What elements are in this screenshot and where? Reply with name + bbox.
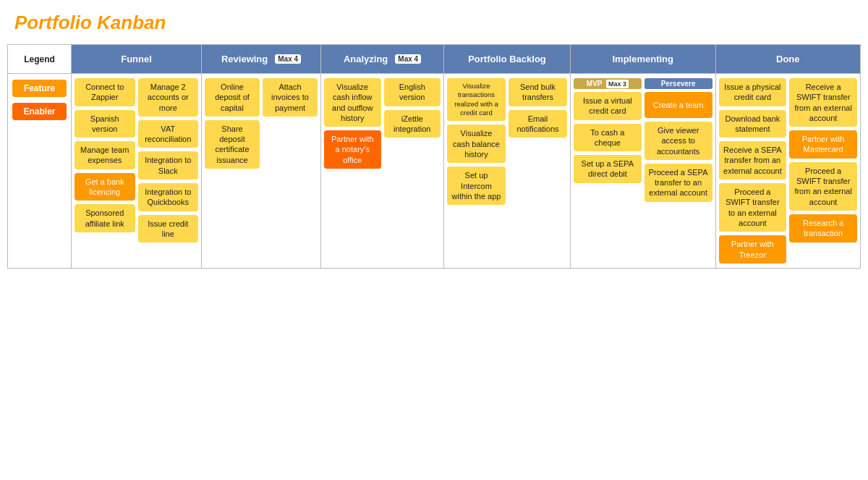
legend-body: Feature Enabler bbox=[8, 74, 71, 268]
card[interactable]: iZettle integration bbox=[384, 110, 441, 138]
analyzing-sub-col-1: Visualize cash inflow and outflow histor… bbox=[324, 78, 381, 264]
card[interactable]: Online deposit of capital bbox=[205, 78, 260, 117]
funnel-body: Connect to Zappier Spanish version Manag… bbox=[72, 74, 201, 268]
mvp-sub-header: MVP Max 3 bbox=[574, 78, 642, 89]
card[interactable]: Manage 2 accounts or more bbox=[138, 78, 199, 117]
card[interactable]: Email notifications bbox=[509, 110, 567, 138]
card[interactable]: Proceed a SWIFT transfer from an externa… bbox=[789, 162, 857, 211]
feature-badge: Feature bbox=[12, 80, 67, 97]
card[interactable]: Integration to Slack bbox=[138, 151, 199, 180]
analyzing-column: Analyzing Max 4 Visualize cash inflow an… bbox=[321, 45, 444, 268]
done-column: Done Issue a physical credit card Downlo… bbox=[716, 45, 861, 268]
analyzing-body: Visualize cash inflow and outflow histor… bbox=[321, 74, 443, 268]
card[interactable]: Set up Intercom within the app bbox=[447, 167, 506, 205]
funnel-sub-col-2: Manage 2 accounts or more VAT reconcilia… bbox=[138, 78, 199, 264]
done-header: Done bbox=[716, 45, 861, 74]
reviewing-header: Reviewing Max 4 bbox=[202, 45, 320, 74]
enabler-badge: Enabler bbox=[12, 103, 67, 120]
done-body: Issue a physical credit card Download ba… bbox=[716, 74, 861, 268]
card[interactable]: Create a team bbox=[644, 92, 712, 118]
card[interactable]: Issue a physical credit card bbox=[719, 78, 787, 106]
portfolio-backlog-column: Portfolio Backlog Visualize transactions… bbox=[444, 45, 571, 268]
card[interactable]: English version bbox=[384, 78, 441, 106]
card[interactable]: Attach invoices to payment bbox=[263, 78, 318, 117]
card[interactable]: To cash a cheque bbox=[574, 124, 642, 152]
card[interactable]: Visualize cash inflow and outflow histor… bbox=[324, 78, 381, 127]
card[interactable]: Set up a SEPA direct debit bbox=[574, 155, 642, 183]
kanban-board: Legend Feature Enabler Funnel Connect to… bbox=[7, 44, 861, 269]
funnel-header-label: Funnel bbox=[121, 54, 152, 64]
legend-header: Legend bbox=[8, 45, 71, 74]
card[interactable]: VAT reconciliation bbox=[138, 120, 199, 148]
card[interactable]: Issue credit line bbox=[138, 215, 199, 243]
reviewing-body: Online deposit of capital Share deposit … bbox=[202, 74, 320, 268]
reviewing-column: Reviewing Max 4 Online deposit of capita… bbox=[202, 45, 321, 268]
card[interactable]: Integration to Quickbooks bbox=[138, 183, 199, 211]
card[interactable]: Proceed a SEPA transfer to an external a… bbox=[644, 164, 712, 202]
analyzing-header-label: Analyzing bbox=[344, 54, 388, 64]
analyzing-max-badge: Max 4 bbox=[395, 54, 421, 64]
card[interactable]: Download bank statement bbox=[719, 110, 787, 138]
done-sub-col-2: Receive a SWIFT transfer from an externa… bbox=[789, 78, 857, 264]
card[interactable]: Visualize cash balance history bbox=[447, 125, 506, 163]
analyzing-header: Analyzing Max 4 bbox=[321, 45, 443, 74]
card[interactable]: Receive a SEPA transfer from an external… bbox=[719, 141, 787, 180]
reviewing-header-label: Reviewing bbox=[221, 54, 268, 64]
funnel-sub-col-1: Connect to Zappier Spanish version Manag… bbox=[75, 78, 135, 264]
implementing-column: Implementing MVP Max 3 Persevere Issue a… bbox=[571, 45, 716, 268]
page: Portfolio Kanban Legend Feature Enabler … bbox=[0, 0, 868, 480]
card[interactable]: Partner with Mastercard bbox=[789, 130, 857, 159]
funnel-column: Funnel Connect to Zappier Spanish versio… bbox=[72, 45, 202, 268]
funnel-header: Funnel bbox=[72, 45, 201, 74]
analyzing-sub-col-2: English version iZettle integration bbox=[384, 78, 441, 264]
card[interactable]: Sponsored affiliate link bbox=[75, 204, 135, 232]
reviewing-max-badge: Max 4 bbox=[275, 54, 301, 64]
implementing-header-label: Implementing bbox=[612, 54, 673, 64]
card[interactable]: Connect to Zappier bbox=[75, 78, 135, 106]
portfolio-backlog-sub-col-2: Send bulk transfers Email notifications bbox=[509, 78, 567, 264]
card[interactable]: Manage team expenses bbox=[75, 141, 135, 169]
implementing-header: Implementing bbox=[571, 45, 715, 74]
card[interactable]: Share deposit certificate issuance bbox=[205, 120, 260, 169]
card[interactable]: Issue a virtual credit card bbox=[574, 92, 642, 120]
legend-column: Legend Feature Enabler bbox=[8, 45, 72, 268]
done-sub-col-1: Issue a physical credit card Download ba… bbox=[719, 78, 787, 264]
card[interactable]: Spanish version bbox=[75, 110, 135, 138]
portfolio-backlog-body: Visualize transactions realized with a c… bbox=[444, 74, 570, 268]
card[interactable]: Research a transaction bbox=[789, 214, 857, 243]
persevere-sub-header: Persevere bbox=[644, 78, 712, 89]
implementing-persevere-col: Create a team Give viewer access to acco… bbox=[644, 92, 712, 264]
portfolio-backlog-header: Portfolio Backlog bbox=[444, 45, 570, 74]
card[interactable]: Give viewer access to accountants bbox=[644, 122, 712, 160]
reviewing-sub-col-1: Online deposit of capital Share deposit … bbox=[205, 78, 260, 264]
reviewing-sub-col-2: Attach invoices to payment bbox=[263, 78, 318, 264]
card[interactable]: Get a bank licencing bbox=[75, 173, 135, 201]
page-title: Portfolio Kanban bbox=[7, 12, 861, 34]
implementing-body: MVP Max 3 Persevere Issue a virtual cred… bbox=[571, 74, 715, 268]
portfolio-backlog-header-label: Portfolio Backlog bbox=[468, 54, 546, 64]
implementing-mvp-col: Issue a virtual credit card To cash a ch… bbox=[574, 92, 642, 264]
card[interactable]: Partner with Treezor bbox=[719, 235, 787, 264]
card[interactable]: Send bulk transfers bbox=[509, 78, 567, 106]
card[interactable]: Receive a SWIFT transfer from an externa… bbox=[789, 78, 857, 127]
card[interactable]: Proceed a SWIFT transfer to an external … bbox=[719, 183, 787, 232]
portfolio-backlog-sub-col-1: Visualize transactions realized with a c… bbox=[447, 78, 506, 264]
card[interactable]: Partner with a notary's office bbox=[324, 130, 381, 169]
card[interactable]: Visualize transactions realized with a c… bbox=[447, 78, 506, 121]
done-header-label: Done bbox=[776, 54, 800, 64]
